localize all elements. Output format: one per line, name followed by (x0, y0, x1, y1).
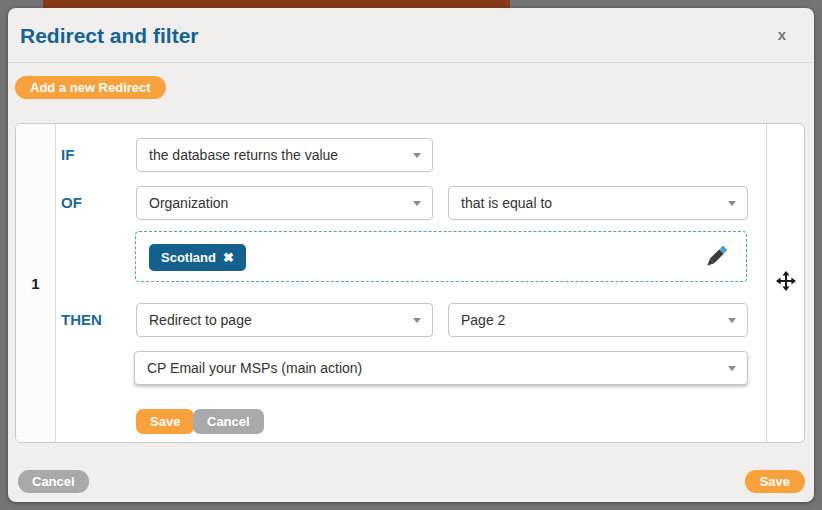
rule-index: 1 (16, 124, 56, 442)
remove-tag-icon[interactable]: ✖ (223, 250, 234, 265)
chevron-down-icon (728, 201, 736, 206)
dialog-title: Redirect and filter (20, 24, 199, 48)
rule-save-button[interactable]: Save (136, 409, 194, 434)
dialog-cancel-button[interactable]: Cancel (18, 470, 89, 493)
redirect-and-filter-dialog: Redirect and filter x Add a new Redirect… (8, 8, 814, 502)
then-label: THEN (61, 311, 102, 328)
chevron-down-icon (413, 318, 421, 323)
of-operator-select[interactable]: that is equal to (448, 186, 748, 220)
move-icon (776, 271, 796, 295)
of-field-select[interactable]: Organization (136, 186, 433, 220)
of-label: OF (61, 194, 82, 211)
then-target-detail-select[interactable]: CP Email your MSPs (main action) (134, 351, 748, 385)
close-icon[interactable]: x (778, 26, 786, 44)
pencil-icon (702, 257, 730, 274)
of-operator-value: that is equal to (461, 195, 552, 211)
chevron-down-icon (413, 153, 421, 158)
redirect-rule-card: 1 IF the database returns the value (15, 123, 805, 443)
then-target-page-select[interactable]: Page 2 (448, 303, 748, 337)
add-redirect-button[interactable]: Add a new Redirect (15, 76, 166, 99)
edit-values-button[interactable] (702, 243, 730, 271)
filter-tag-scotland[interactable]: Scotland ✖ (149, 244, 246, 271)
then-action-select[interactable]: Redirect to page (136, 303, 433, 337)
then-action-value: Redirect to page (149, 312, 252, 328)
dialog-save-button[interactable]: Save (745, 470, 805, 493)
filter-tag-label: Scotland (161, 250, 216, 265)
rule-cancel-button[interactable]: Cancel (193, 409, 264, 434)
chevron-down-icon (728, 318, 736, 323)
filter-values-box[interactable]: Scotland ✖ (135, 231, 747, 282)
if-condition-select[interactable]: the database returns the value (136, 138, 433, 172)
if-label: IF (61, 146, 74, 163)
then-target-page-value: Page 2 (461, 312, 505, 328)
header-divider (8, 62, 814, 63)
if-condition-value: the database returns the value (149, 147, 338, 163)
of-field-value: Organization (149, 195, 228, 211)
then-target-detail-value: CP Email your MSPs (main action) (147, 360, 362, 376)
rule-drag-handle[interactable] (766, 124, 804, 442)
chevron-down-icon (728, 366, 736, 371)
chevron-down-icon (413, 201, 421, 206)
